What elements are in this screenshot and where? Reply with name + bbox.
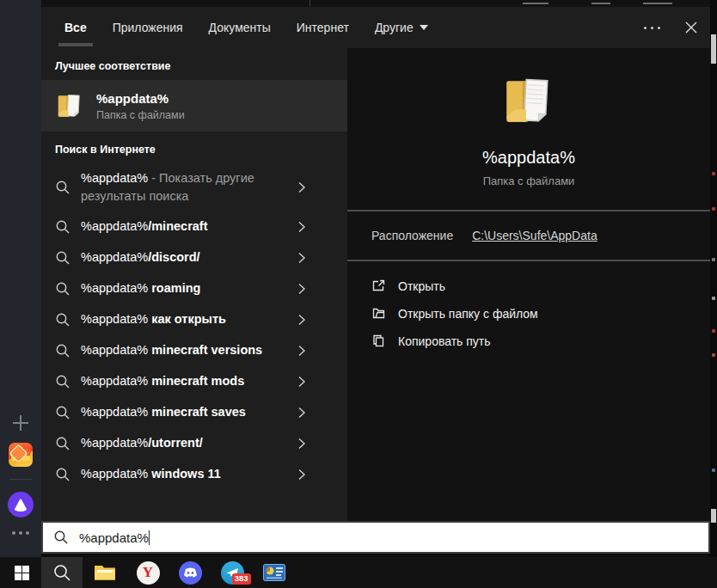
tab-all[interactable]: Все — [52, 7, 100, 48]
add-tab-icon[interactable] — [13, 415, 28, 431]
windows-search-screen: Все Приложения Документы Интернет Другие… — [0, 0, 717, 588]
suggestion-text: %appdata% как открыть — [81, 310, 287, 328]
location-label: Расположение — [371, 229, 453, 242]
notification-badge: 383 — [232, 573, 251, 584]
search-icon — [55, 374, 70, 389]
chevron-right-icon — [297, 181, 306, 193]
search-icon — [55, 343, 70, 358]
action-open[interactable]: Открыть — [371, 279, 686, 293]
web-search-header: Поиск в Интернете — [41, 132, 347, 163]
chevron-right-icon — [297, 283, 306, 295]
search-icon — [55, 219, 70, 235]
dropdown-arrow-icon — [420, 25, 428, 30]
location-link[interactable]: C:\Users\Sufe\AppData — [472, 229, 598, 242]
search-icon — [55, 281, 70, 297]
taskbar: Y 383 — [0, 557, 717, 588]
yandex-mail-icon[interactable] — [9, 443, 33, 467]
web-suggestion[interactable]: %appdata%/discord/ — [41, 242, 347, 273]
copy-path-icon — [371, 334, 386, 348]
chevron-right-icon — [297, 469, 306, 481]
location-row: Расположение C:\Users\Sufe\AppData — [347, 211, 710, 260]
text-caret — [149, 530, 150, 545]
action-label: Открыть папку с файлом — [398, 307, 538, 321]
start-button[interactable] — [7, 557, 36, 588]
search-flyout-panel: Все Приложения Документы Интернет Другие… — [41, 7, 710, 521]
best-match-item[interactable]: %appdata% Папка с файлами — [41, 80, 347, 132]
preview-pane: %appdata% Папка с файлами Расположение C… — [347, 48, 710, 521]
filter-tabs: Все Приложения Документы Интернет Другие — [41, 7, 710, 48]
tab-more[interactable]: Другие — [362, 7, 441, 48]
action-label: Копировать путь — [398, 334, 491, 348]
web-suggestion[interactable]: %appdata% как открыть — [41, 304, 347, 335]
suggestion-text: %appdata% - Показать другие результаты п… — [81, 169, 287, 205]
preview-actions: Открыть Открыть папку с файлом Копироват… — [347, 261, 710, 365]
background-window-strip — [41, 0, 710, 7]
windows-logo-icon — [15, 566, 29, 580]
tab-web[interactable]: Интернет — [284, 7, 362, 48]
search-icon — [55, 467, 70, 482]
search-icon — [55, 312, 70, 328]
search-icon — [55, 180, 70, 195]
web-suggestion[interactable]: %appdata% minecraft mods — [41, 366, 347, 397]
suggestion-text: %appdata% windows 11 — [81, 465, 287, 483]
search-value: %appdata% — [79, 530, 149, 545]
telegram-icon[interactable]: 383 — [218, 557, 246, 588]
open-icon — [371, 279, 386, 293]
suggestion-text: %appdata%/minecraft — [81, 217, 287, 236]
more-options-icon[interactable] — [639, 21, 665, 34]
preview-title: %appdata% — [482, 148, 575, 168]
folder-document-icon — [55, 91, 84, 120]
chevron-right-icon — [297, 252, 306, 264]
chevron-right-icon — [297, 345, 306, 357]
chevron-right-icon — [297, 314, 306, 326]
file-explorer-icon[interactable] — [91, 557, 119, 588]
preview-subtitle: Папка с файлами — [483, 175, 575, 187]
web-suggestions-list: %appdata% - Показать другие результаты п… — [41, 163, 347, 490]
suggestion-text: %appdata%/utorrent/ — [81, 434, 287, 452]
alice-assistant-icon[interactable] — [8, 492, 34, 518]
open-folder-icon — [371, 306, 386, 321]
best-match-title: %appdata% — [96, 91, 185, 106]
suggestion-text: %appdata% minecraft mods — [81, 372, 287, 390]
search-icon — [55, 250, 70, 266]
tab-apps[interactable]: Приложения — [100, 7, 196, 48]
suggestion-text: %appdata% roaming — [81, 279, 287, 297]
sidebar-divider — [9, 479, 32, 480]
action-open-folder[interactable]: Открыть папку с файлом — [371, 306, 686, 321]
suggestion-text: %appdata% minecraft saves — [81, 403, 287, 421]
search-input[interactable]: %appdata% — [41, 521, 710, 554]
search-icon — [55, 405, 70, 420]
sidebar-more-icon[interactable] — [12, 531, 29, 535]
chevron-right-icon — [297, 438, 306, 450]
suggestion-text: %appdata%/discord/ — [81, 248, 287, 266]
web-suggestion[interactable]: %appdata% roaming — [41, 273, 347, 304]
search-icon — [52, 563, 71, 582]
chevron-right-icon — [297, 407, 306, 419]
tab-documents[interactable]: Документы — [196, 7, 284, 48]
web-suggestion[interactable]: %appdata% windows 11 — [41, 459, 347, 490]
web-suggestion[interactable]: %appdata%/minecraft — [41, 211, 347, 242]
close-icon[interactable] — [684, 21, 698, 34]
best-match-header: Лучшее соответствие — [41, 48, 347, 80]
browser-sidebar — [0, 0, 41, 557]
taskbar-search-button[interactable] — [41, 557, 83, 588]
web-suggestion[interactable]: %appdata% minecraft versions — [41, 335, 347, 366]
folder-document-icon — [500, 72, 557, 129]
action-copy-path[interactable]: Копировать путь — [371, 334, 686, 348]
chevron-right-icon — [297, 376, 306, 388]
search-icon — [55, 436, 70, 451]
system-info-icon[interactable] — [260, 557, 288, 588]
background-window-edge — [710, 0, 717, 557]
chevron-right-icon — [297, 221, 306, 233]
suggestion-text: %appdata% minecraft versions — [81, 341, 287, 359]
web-suggestion[interactable]: %appdata% minecraft saves — [41, 397, 347, 428]
results-column: Лучшее соответствие %appdata% Папка с ф — [41, 48, 347, 521]
search-icon — [53, 530, 69, 545]
discord-icon[interactable] — [176, 557, 204, 588]
action-label: Открыть — [398, 279, 445, 293]
best-match-subtitle: Папка с файлами — [96, 109, 185, 121]
yandex-browser-icon[interactable]: Y — [134, 557, 162, 588]
web-suggestion[interactable]: %appdata%/utorrent/ — [41, 428, 347, 459]
web-suggestion[interactable]: %appdata% - Показать другие результаты п… — [41, 163, 347, 211]
